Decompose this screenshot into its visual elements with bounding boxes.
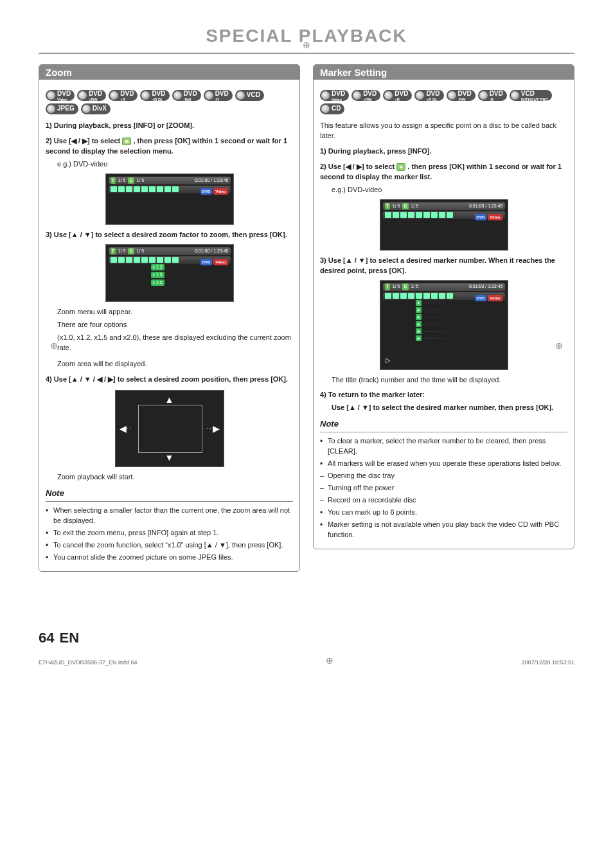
zoom-column: Zoom DVDVideoDVD+RWDVD+RDVD+R DLDVD-RWDV… bbox=[39, 64, 300, 578]
marker-after3: The title (track) number and the time wi… bbox=[332, 375, 567, 385]
title-underline bbox=[39, 53, 574, 54]
note-item: Record on a recordable disc bbox=[320, 495, 567, 506]
disc-badge: DVD+RW bbox=[351, 90, 380, 101]
disc-badge: VCD bbox=[235, 90, 264, 101]
marker-notes-list: To clear a marker, select the marker num… bbox=[320, 436, 567, 540]
footer-date: 2007/12/28 10:53:51 bbox=[521, 659, 574, 666]
zoom-osd-screenshot-1: T 1/ 5 C 1/ 5 0:01:00 / 1:23:45 DVD Vide… bbox=[105, 173, 234, 225]
marker-eg-label: e.g.) DVD-video bbox=[320, 185, 567, 195]
zoom-osd-screenshot-2: T 1/ 5 C 1/ 5 0:01:00 / 1:23:45 DVD Vide… bbox=[105, 244, 234, 302]
marker-header: Marker Setting bbox=[314, 65, 574, 80]
arrow-left-icon: ◀·· bbox=[120, 422, 133, 435]
disc-badge: DVD+R bbox=[109, 90, 138, 101]
disc-badge: DVD-RW bbox=[447, 90, 475, 101]
disc-badge: DVDVideo bbox=[320, 90, 349, 101]
marker-body: DVDVideoDVD+RWDVD+RDVD+R DLDVD-RWDVD-RVC… bbox=[314, 80, 574, 549]
zoom-after3-1: Zoom menu will appear. bbox=[57, 307, 293, 317]
marker-step2: 2) Use [◀ / ▶] to select ✦ , then press … bbox=[320, 162, 567, 182]
note-item: To cancel the zoom function, select “x1.… bbox=[46, 540, 293, 551]
zoom-after4: Zoom playback will start. bbox=[57, 472, 293, 483]
disc-badge: DVDVideo bbox=[46, 90, 75, 101]
disc-badge: CD bbox=[320, 103, 344, 114]
zoom-position-diagram: ▲ ▼ ◀·· ··▶ bbox=[115, 390, 224, 467]
disc-badge: JPEG bbox=[46, 103, 78, 114]
page-footer: 64EN E7H42UD_DVDR3506-37_EN.indd 64 ⊕ 20… bbox=[39, 630, 574, 666]
disc-badge: DVD-R bbox=[204, 90, 233, 101]
marker-slot-list: ★--- --- --- ★--- --- --- ★--- --- --- ★… bbox=[416, 300, 445, 342]
play-icon: ▷ bbox=[386, 356, 391, 366]
zoom-notes-list: When selecting a smaller factor than the… bbox=[46, 506, 293, 563]
zoom-eg-label: e.g.) DVD-video bbox=[46, 159, 293, 170]
note-item: All markers will be erased when you oper… bbox=[320, 459, 567, 469]
marker-note-header: Note bbox=[320, 418, 567, 432]
zoom-step3: 3) Use [▲ / ▼] to select a desired zoom … bbox=[46, 230, 293, 240]
zoom-section: Zoom DVDVideoDVD+RWDVD+RDVD+R DLDVD-RWDV… bbox=[39, 64, 300, 572]
disc-badge: DVD+R DL bbox=[140, 90, 169, 101]
note-item: When selecting a smaller factor than the… bbox=[46, 506, 293, 526]
zoom-title: Zoom bbox=[46, 67, 72, 78]
disc-badge: DVD+R bbox=[383, 90, 412, 101]
marker-step4: Use [▲ / ▼] to select the desired marker… bbox=[320, 403, 567, 413]
disc-badge: VCDWITHOUT PBC bbox=[510, 90, 552, 101]
registration-mark-bottom-icon: ⊕ bbox=[326, 655, 333, 666]
note-item: Opening the disc tray bbox=[320, 471, 567, 481]
marker-column: Marker Setting DVDVideoDVD+RWDVD+RDVD+R … bbox=[313, 64, 574, 578]
marker-osd-screenshot-1: T 1/ 5 C 1/ 5 0:01:00 / 1:23:45 DVD Vide… bbox=[380, 199, 508, 251]
zoom-step2: 2) Use [◀ / ▶] to select ⊕ , then press … bbox=[46, 136, 293, 157]
disc-badge: DVD-R bbox=[478, 90, 507, 101]
registration-mark-top-icon: ⊕ bbox=[303, 40, 310, 50]
note-item: To clear a marker, select the marker num… bbox=[320, 436, 567, 457]
zoom-after3-4: Zoom area will be displayed. bbox=[57, 359, 293, 369]
page-number: 64EN bbox=[39, 630, 138, 646]
marker-step1: 1) During playback, press [INFO]. bbox=[320, 146, 567, 157]
marker-step3: 3) Use [▲ / ▼] to select a desired marke… bbox=[320, 256, 567, 276]
registration-mark-left-icon: ⊕ bbox=[50, 341, 58, 351]
marker-title: Marker Setting bbox=[320, 67, 387, 78]
note-item: To exit the zoom menu, press [INFO] agai… bbox=[46, 528, 293, 538]
zoom-note-header: Note bbox=[46, 488, 293, 502]
footer-file: E7H42UD_DVDR3506-37_EN.indd 64 bbox=[39, 659, 138, 666]
zoom-body: DVDVideoDVD+RWDVD+RDVD+R DLDVD-RWDVD-RVC… bbox=[39, 80, 299, 571]
zoom-after3-3: (x1.0, x1.2, x1.5 and x2.0), these are d… bbox=[57, 333, 293, 353]
marker-osd-screenshot-2: T 1/ 5 C 1/ 5 0:01:00 / 1:23:45 DVD Vide… bbox=[380, 280, 508, 370]
note-item: Marker setting is not available when you… bbox=[320, 520, 567, 540]
disc-badge: DivX bbox=[81, 103, 111, 114]
marker-icon: ✦ bbox=[396, 163, 405, 171]
zoom-badge-row: DVDVideoDVD+RWDVD+RDVD+R DLDVD-RWDVD-RVC… bbox=[46, 90, 293, 114]
disc-badge: DVD+R DL bbox=[414, 90, 443, 101]
note-item: You can mark up to 6 points. bbox=[320, 508, 567, 518]
zoom-step4: 4) Use [▲ / ▼ / ◀ / ▶] to select a desir… bbox=[46, 375, 293, 385]
arrow-right-icon: ··▶ bbox=[206, 422, 220, 435]
marker-intro: This feature allows you to assign a spec… bbox=[320, 121, 567, 141]
zoom-header: Zoom bbox=[39, 65, 299, 80]
marker-section: Marker Setting DVDVideoDVD+RWDVD+RDVD+R … bbox=[313, 64, 574, 549]
note-item: You cannot slide the zoomed picture on s… bbox=[46, 553, 293, 563]
zoom-after3-2: There are four options bbox=[57, 320, 293, 330]
note-item: Turning off the power bbox=[320, 483, 567, 493]
zoom-icon: ⊕ bbox=[122, 137, 131, 145]
disc-badge: DVD-RW bbox=[172, 90, 201, 101]
zoom-step1: 1) During playback, press [INFO] or [ZOO… bbox=[46, 121, 293, 131]
registration-mark-right-icon: ⊕ bbox=[555, 341, 563, 351]
two-column-layout: Zoom DVDVideoDVD+RWDVD+RDVD+R DLDVD-RWDV… bbox=[39, 64, 574, 578]
marker-step4-title: 4) To return to the marker later: bbox=[320, 390, 567, 400]
disc-badge: DVD+RW bbox=[77, 90, 106, 101]
marker-badge-row: DVDVideoDVD+RWDVD+RDVD+R DLDVD-RWDVD-RVC… bbox=[320, 90, 567, 114]
